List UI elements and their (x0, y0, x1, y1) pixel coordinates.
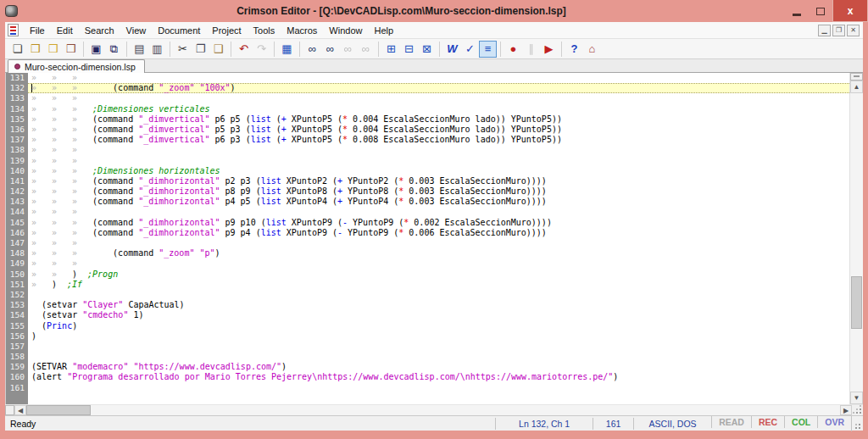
code-line-132[interactable]: 132»»» (command "_zoom" "100x") (6, 83, 849, 93)
close-file-button[interactable]: ❒ (62, 41, 80, 58)
find-in-files-button[interactable]: ∞ (357, 41, 375, 58)
copy-button[interactable]: ❐ (192, 41, 209, 58)
vertical-scrollbar[interactable]: ▲ ▼ (849, 73, 863, 404)
code-line-151[interactable]: 151») ;If (6, 280, 849, 290)
mdi-restore-button[interactable]: ❐ (832, 25, 845, 36)
home-button[interactable]: ⌂ (583, 41, 601, 58)
code-text (28, 383, 849, 393)
tab-muro-seccion-dimension[interactable]: Muro-seccion-dimension.lsp (8, 59, 145, 73)
tab-marker-icon: » (72, 125, 92, 135)
menu-search[interactable]: Search (79, 23, 120, 38)
scroll-down-arrow[interactable]: ▼ (850, 392, 863, 404)
print-button[interactable]: ▤ (131, 41, 148, 58)
horizontal-scroll-track[interactable] (91, 405, 840, 415)
menu-view[interactable]: View (120, 23, 153, 38)
pause-macro-button[interactable]: ∥ (522, 41, 540, 58)
output-window-button[interactable]: ⊟ (400, 41, 418, 58)
code-line-155[interactable]: 155 (Princ) (6, 321, 849, 331)
toolbar-separator (170, 42, 170, 57)
mdi-close-button[interactable]: ✕ (847, 25, 860, 36)
close-button[interactable]: x (832, 0, 868, 22)
code-line-131[interactable]: 131»»» (6, 73, 849, 83)
help-button[interactable]: ? (565, 41, 583, 58)
scroll-left-arrow[interactable]: ◀ (14, 405, 26, 415)
menu-edit[interactable]: Edit (51, 23, 79, 38)
vertical-scroll-thumb[interactable] (851, 276, 862, 329)
code-line-149[interactable]: 149»»» (6, 258, 849, 269)
resize-grip (852, 405, 863, 415)
code-line-142[interactable]: 142»»»(command "_dimhorizontal" p8 p9 (l… (6, 186, 849, 197)
code-line-133[interactable]: 133»»» (6, 93, 849, 103)
scroll-right-arrow[interactable]: ▶ (840, 405, 852, 415)
code-line-161[interactable]: 161 (6, 383, 849, 393)
code-line-159[interactable]: 159(SETVAR "modemacro" "https://www.devc… (6, 362, 849, 372)
menu-tools[interactable]: Tools (248, 23, 281, 38)
save-button[interactable]: ▣ (87, 41, 105, 58)
line-numbers-button[interactable]: ≡ (479, 41, 497, 58)
code-line-139[interactable]: 139»»» (6, 156, 849, 166)
cut-button[interactable]: ✂ (174, 41, 192, 58)
open-file-button[interactable]: ❒ (26, 41, 44, 58)
code-line-143[interactable]: 143»»»(command "_dimhorizontal" p4 p5 (l… (6, 197, 849, 207)
save-all-button[interactable]: ⧉ (105, 41, 123, 58)
find-previous-icon: ∞ (344, 43, 352, 54)
project-window-button[interactable]: ⊞ (382, 41, 400, 58)
code-line-150[interactable]: 150»») ;Progn (6, 270, 849, 280)
code-line-141[interactable]: 141»»»(command "_dimhorizontal" p2 p3 (l… (6, 176, 849, 186)
code-line-147[interactable]: 147»»» (6, 238, 849, 248)
tab-marker-icon: » (31, 145, 52, 155)
find-next-button[interactable]: ∞ (321, 41, 339, 58)
split-handle[interactable] (850, 73, 863, 81)
menu-macros[interactable]: Macros (281, 23, 323, 38)
code-line-145[interactable]: 145»»»(command "_dimhorizontal" p9 p10 (… (6, 218, 849, 228)
word-wrap-button[interactable]: W (443, 41, 461, 58)
code-line-135[interactable]: 135»»»(command "_dimvertical" p6 p5 (lis… (6, 114, 849, 125)
menu-project[interactable]: Project (206, 23, 247, 38)
code-line-157[interactable]: 157 (6, 342, 849, 352)
hsplit-handle[interactable] (5, 405, 14, 415)
scroll-up-arrow[interactable]: ▲ (850, 81, 863, 93)
code-line-152[interactable]: 152 (6, 290, 849, 300)
code-line-144[interactable]: 144»»» (6, 207, 849, 217)
launch-browser-button[interactable]: ⊠ (418, 41, 436, 58)
menu-file[interactable]: File (24, 23, 51, 38)
mdi-minimize-button[interactable]: ▁ (818, 25, 831, 36)
open-remote-file-button[interactable]: ❒ (44, 41, 62, 58)
print-preview-button[interactable]: ▥ (148, 41, 166, 58)
menu-window[interactable]: Window (323, 23, 368, 38)
code-line-146[interactable]: 146»»»(command "_dimhorizontal" p9 p4 (l… (6, 228, 849, 238)
menu-document[interactable]: Document (152, 23, 206, 38)
menu-help[interactable]: Help (368, 23, 399, 38)
code-line-138[interactable]: 138»»» (6, 145, 849, 155)
code-line-134[interactable]: 134»»»;Dimensiones verticales (6, 104, 849, 114)
code-line-154[interactable]: 154 (setvar "cmdecho" 1) (6, 310, 849, 320)
code-line-156[interactable]: 156) (6, 331, 849, 342)
code-line-140[interactable]: 140»»»;Dimensiones horizontales (6, 166, 849, 176)
horizontal-scroll-thumb[interactable] (26, 405, 91, 415)
code-line-158[interactable]: 158 (6, 352, 849, 362)
play-macro-button[interactable]: ▶ (540, 41, 558, 58)
undo-button[interactable]: ↶ (235, 41, 253, 58)
spell-check-button[interactable]: ✓ (461, 41, 479, 58)
statusbar: Ready Ln 132, Ch 1 161 ASCII, DOS READRE… (5, 415, 863, 431)
code-editor[interactable]: 131»»»132»»» (command "_zoom" "100x")133… (5, 73, 849, 404)
tab-marker-icon: » (72, 166, 92, 176)
grid-button[interactable]: ▦ (278, 41, 296, 58)
find-button[interactable]: ∞ (303, 41, 321, 58)
find-previous-button[interactable]: ∞ (339, 41, 357, 58)
maximize-button[interactable] (809, 0, 832, 22)
code-line-160[interactable]: 160(alert "Programa desarrollado por Mar… (6, 372, 849, 382)
minimize-button[interactable] (785, 0, 809, 22)
paste-button[interactable]: ❑ (209, 41, 227, 58)
record-macro-button[interactable]: ● (504, 41, 522, 58)
redo-button[interactable]: ↷ (253, 41, 270, 58)
new-file-button[interactable]: ❏ (8, 41, 26, 58)
code-line-137[interactable]: 137»»»(command "_dimvertical" p6 p3 (lis… (6, 135, 849, 145)
code-line-153[interactable]: 153 (setvar "Clayer" CapaActual) (6, 300, 849, 310)
encoding-indicator: ASCII, DOS (633, 418, 711, 430)
code-line-148[interactable]: 148»»» (command "_zoom" "p") (6, 248, 849, 258)
code-line-136[interactable]: 136»»»(command "_dimvertical" p5 p3 (lis… (6, 125, 849, 135)
tab-marker-icon: » (52, 258, 72, 269)
line-number: 152 (6, 290, 28, 300)
horizontal-scrollbar[interactable]: ◀ ▶ (5, 404, 863, 415)
